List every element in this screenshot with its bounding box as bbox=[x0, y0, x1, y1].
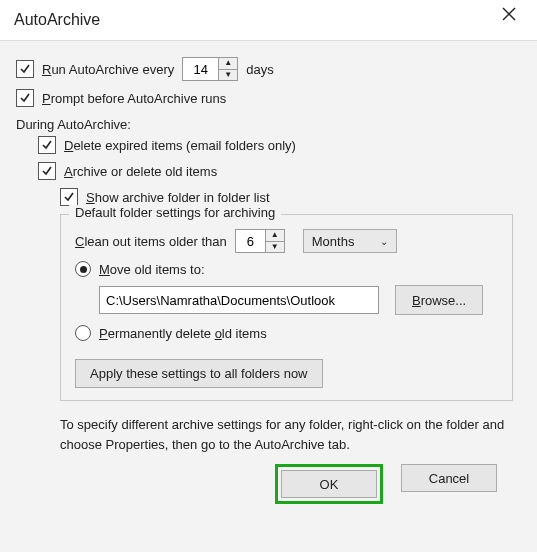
archive-delete-label: Archive or delete old items bbox=[64, 164, 217, 179]
run-autoarchive-label: Run AutoArchive every bbox=[42, 62, 174, 77]
delete-expired-checkbox[interactable] bbox=[38, 136, 56, 154]
archive-path-input[interactable] bbox=[99, 286, 379, 314]
spin-down-icon[interactable]: ▼ bbox=[219, 69, 237, 81]
clean-out-row: Clean out items older than ▲ ▼ Months ⌄ bbox=[75, 229, 500, 253]
clean-out-unit-value: Months bbox=[312, 234, 355, 249]
ok-button[interactable]: OK bbox=[281, 470, 377, 498]
run-days-unit: days bbox=[246, 62, 273, 77]
during-label: During AutoArchive: bbox=[16, 117, 521, 132]
spin-up-icon[interactable]: ▲ bbox=[219, 58, 237, 69]
spin-up-icon[interactable]: ▲ bbox=[266, 230, 284, 241]
delete-expired-label: Delete expired items (email folders only… bbox=[64, 138, 296, 153]
delete-expired-row: Delete expired items (email folders only… bbox=[16, 136, 521, 154]
run-autoarchive-checkbox[interactable] bbox=[16, 60, 34, 78]
archive-delete-checkbox[interactable] bbox=[38, 162, 56, 180]
path-row: Browse... bbox=[99, 285, 500, 315]
run-autoarchive-row: Run AutoArchive every ▲ ▼ days bbox=[16, 57, 521, 81]
archive-delete-row: Archive or delete old items bbox=[16, 162, 521, 180]
move-items-row: Move old items to: bbox=[75, 261, 500, 277]
prompt-checkbox[interactable] bbox=[16, 89, 34, 107]
chevron-down-icon: ⌄ bbox=[380, 236, 388, 247]
prompt-row: Prompt before AutoArchive runs bbox=[16, 89, 521, 107]
clean-out-label: Clean out items older than bbox=[75, 234, 227, 249]
show-folder-checkbox[interactable] bbox=[60, 188, 78, 206]
dialog-content: Run AutoArchive every ▲ ▼ days Prompt be… bbox=[0, 41, 537, 516]
clean-out-unit-select[interactable]: Months ⌄ bbox=[303, 229, 397, 253]
move-items-radio[interactable] bbox=[75, 261, 91, 277]
show-folder-row: Show archive folder in folder list bbox=[16, 188, 521, 206]
run-days-field: ▲ ▼ bbox=[182, 57, 238, 81]
ok-highlight: OK bbox=[275, 464, 383, 504]
permanently-delete-row: Permanently delete old items bbox=[75, 325, 500, 341]
run-days-input[interactable] bbox=[182, 57, 218, 81]
permanently-delete-label: Permanently delete old items bbox=[99, 326, 267, 341]
hint-text: To specify different archive settings fo… bbox=[60, 415, 521, 454]
browse-button[interactable]: Browse... bbox=[395, 285, 483, 315]
prompt-label: Prompt before AutoArchive runs bbox=[42, 91, 226, 106]
move-items-label: Move old items to: bbox=[99, 262, 205, 277]
default-folder-group: Default folder settings for archiving Cl… bbox=[60, 214, 513, 401]
title-bar: AutoArchive bbox=[0, 0, 537, 41]
permanently-delete-radio[interactable] bbox=[75, 325, 91, 341]
clean-out-input[interactable] bbox=[235, 229, 265, 253]
close-icon[interactable] bbox=[495, 6, 523, 34]
dialog-footer: OK Cancel bbox=[16, 464, 521, 516]
clean-out-field: ▲ ▼ bbox=[235, 229, 285, 253]
group-legend: Default folder settings for archiving bbox=[69, 205, 281, 220]
cancel-button[interactable]: Cancel bbox=[401, 464, 497, 492]
show-folder-label: Show archive folder in folder list bbox=[86, 190, 270, 205]
clean-out-spinner: ▲ ▼ bbox=[265, 229, 285, 253]
window-title: AutoArchive bbox=[14, 11, 100, 29]
apply-all-button[interactable]: Apply these settings to all folders now bbox=[75, 359, 323, 388]
run-days-spinner: ▲ ▼ bbox=[218, 57, 238, 81]
spin-down-icon[interactable]: ▼ bbox=[266, 241, 284, 253]
